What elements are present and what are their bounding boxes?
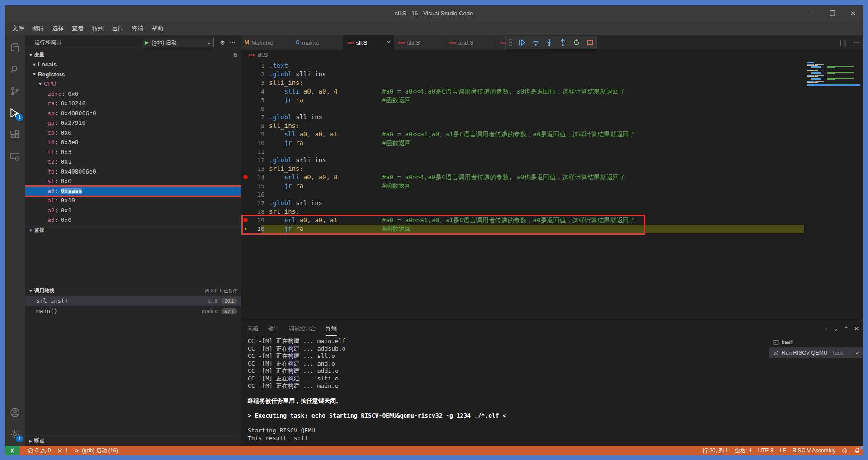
register-row-a2[interactable]: a2:0x1 (25, 206, 241, 216)
tab-main.c[interactable]: Cmain.c (292, 35, 343, 50)
code-editor[interactable]: 1.text2.globl slli_ins3slli_ins:4 slli a… (241, 61, 863, 321)
collapse-all-icon[interactable]: ⧉ (233, 52, 237, 58)
variables-section-header[interactable]: ▼ 变量 ⧉ (25, 50, 241, 60)
debug-restart-icon[interactable] (573, 39, 580, 46)
panel-tab-终端[interactable]: 终端 (326, 321, 337, 336)
code-line-9[interactable]: 9 sll a0, a0, a1#a0 = a0<<a1,a0、a1是C语言调用… (241, 130, 863, 139)
code-line-12[interactable]: 12.globl srli_ins (241, 156, 863, 164)
code-line-14[interactable]: 14 srli a0, a0, 8#a0 = a0>>4,a0是C语言调用者传递… (241, 173, 863, 182)
tree-item-registers[interactable]: ▼Registers (25, 70, 241, 80)
tab-and.S[interactable]: ASMand.S (445, 35, 496, 50)
code-line-2[interactable]: 2.globl slli_ins (241, 70, 863, 79)
notifications-bell-icon[interactable] (851, 446, 863, 455)
debug-continue-icon[interactable] (519, 39, 526, 46)
code-line-5[interactable]: 5 jr ra#函数返回 (241, 96, 863, 104)
callstack-frame-0[interactable]: srl_ins()sll.S20:1 (25, 296, 241, 306)
tasks-status[interactable]: 1 (54, 446, 71, 455)
register-row-a1[interactable]: a1:0x10 (25, 196, 241, 206)
debug-step-over-icon[interactable] (532, 39, 539, 46)
panel-tab-调试控制台[interactable]: 调试控制台 (289, 321, 316, 336)
indentation[interactable]: 空格: 4 (731, 446, 755, 455)
register-row-fp[interactable]: fp:0x408006e0 (25, 167, 241, 177)
code-line-11[interactable]: 11 (241, 147, 863, 156)
code-line-4[interactable]: 4 slli a0, a0, 4#a0 = a0<<4,a0是C语言调用者传递的… (241, 87, 863, 96)
code-line-15[interactable]: 15 jr ra#函数返回 (241, 182, 863, 190)
debug-step-out-icon[interactable] (559, 39, 566, 46)
code-line-16[interactable]: 16 (241, 190, 863, 199)
problems-status[interactable]: 0 0 (24, 446, 54, 455)
tree-item-cpu[interactable]: ▼CPU (25, 79, 241, 89)
extensions-icon[interactable] (5, 126, 25, 144)
settings-icon[interactable]: 1 (5, 425, 25, 443)
tab-slti.S[interactable]: ASMslti.S (394, 35, 445, 50)
code-line-10[interactable]: 10 jr ra#函数返回 (241, 139, 863, 147)
run-and-debug-icon[interactable]: 1 (5, 104, 25, 122)
terminal-list-item-Run RISCV-QEMU[interactable]: Run RISCV-QEMUTask✓ (769, 347, 863, 358)
debug-config-dropdown[interactable]: ▶ (gdb) 启动 ⌄ (142, 38, 214, 47)
feedback-icon[interactable] (839, 446, 851, 455)
search-icon[interactable] (5, 61, 25, 79)
breakpoints-section-header[interactable]: ▶ 断点 (25, 436, 241, 446)
breadcrumb[interactable]: ASM sll.S (241, 50, 863, 61)
menu-item-3[interactable]: 查看 (68, 22, 88, 35)
debug-start-icon[interactable]: ▶ (145, 39, 149, 46)
dropdown-icon[interactable]: ⌄ (833, 325, 838, 332)
close-icon[interactable]: × (387, 39, 390, 46)
menu-item-2[interactable]: 选择 (48, 22, 68, 35)
menu-item-7[interactable]: 帮助 (147, 22, 167, 35)
remote-indicator[interactable] (5, 446, 20, 455)
cursor-position[interactable]: 行 20, 列 1 (699, 446, 731, 455)
register-row-zero[interactable]: zero:0x0 (25, 89, 241, 99)
minimize-button[interactable]: ─ (801, 5, 822, 22)
more-actions-icon[interactable]: ⋯ (227, 38, 237, 47)
code-line-8[interactable]: 8sll_ins: (241, 122, 863, 130)
language-mode[interactable]: RISC-V Assembly (789, 446, 839, 455)
close-panel-icon[interactable]: ✕ (854, 325, 859, 332)
debug-status[interactable]: (gdb) 启动 (16) (71, 446, 121, 455)
code-line-19[interactable]: 19 srl a0, a0, a1#a0 = a0>>a1,a0、a1是C语言调… (241, 216, 863, 225)
code-line-1[interactable]: 1.text (241, 61, 863, 70)
code-line-3[interactable]: 3slli_ins: (241, 79, 863, 87)
restore-button[interactable]: ❐ (822, 5, 843, 22)
menu-item-6[interactable]: 终端 (127, 22, 147, 35)
watch-section-header[interactable]: ▼ 监视 (25, 225, 241, 235)
account-icon[interactable] (5, 404, 25, 422)
gear-icon[interactable]: ⚙ (217, 38, 227, 47)
new-terminal-icon[interactable]: + (825, 325, 828, 332)
register-row-a0[interactable]: a0:0xaaaa (25, 186, 241, 196)
terminal-output[interactable]: CC -[M] 正在构建 ... main.elfCC -[M] 正在构建 ..… (241, 336, 769, 446)
menu-item-1[interactable]: 编辑 (28, 22, 48, 35)
register-row-gp[interactable]: gp:0x27910 (25, 118, 241, 128)
code-line-13[interactable]: 13srli_ins: (241, 164, 863, 173)
code-line-7[interactable]: 7.globl sll_ins (241, 113, 863, 122)
code-line-18[interactable]: 18srl_ins: (241, 207, 863, 216)
terminal-list-item-bash[interactable]: bash (769, 337, 863, 347)
close-button[interactable]: ✕ (843, 5, 863, 22)
more-actions-icon[interactable]: ⋯ (854, 39, 860, 46)
encoding[interactable]: UTF-8 (755, 446, 777, 455)
eol[interactable]: LF (777, 446, 789, 455)
register-row-t0[interactable]: t0:0x3e8 (25, 137, 241, 147)
code-line-17[interactable]: 17.globl srl_ins (241, 199, 863, 207)
register-row-sp[interactable]: sp:0x408006c0 (25, 108, 241, 118)
register-row-s1[interactable]: s1:0x0 (25, 176, 241, 186)
breakpoint-icon[interactable] (243, 175, 248, 179)
register-row-tp[interactable]: tp:0x0 (25, 128, 241, 138)
split-editor-icon[interactable]: ❘❘ (838, 39, 848, 46)
menu-item-0[interactable]: 文件 (8, 22, 28, 35)
remote-explorer-icon[interactable] (5, 147, 25, 165)
source-control-icon[interactable] (5, 82, 25, 100)
tree-item-locals[interactable]: ▼Locals (25, 60, 241, 70)
register-row-ra[interactable]: ra:0x10248 (25, 99, 241, 108)
panel-tab-问题[interactable]: 问题 (247, 321, 258, 336)
breakpoint-icon[interactable] (243, 218, 248, 222)
panel-tab-输出[interactable]: 输出 (268, 321, 279, 336)
tab-sll.S[interactable]: ASMsll.S× (343, 35, 394, 50)
register-row-t1[interactable]: t1:0x3 (25, 147, 241, 157)
callstack-section-header[interactable]: ▼ 调用堆栈 因 STEP 已暂停 (25, 286, 241, 296)
debug-step-into-icon[interactable] (546, 39, 553, 46)
code-line-20[interactable]: ➤20 jr ra#函数返回 (241, 225, 863, 233)
register-row-t2[interactable]: t2:0x1 (25, 157, 241, 167)
register-row-a3[interactable]: a3:0x0 (25, 215, 241, 225)
explorer-icon[interactable] (5, 39, 25, 57)
